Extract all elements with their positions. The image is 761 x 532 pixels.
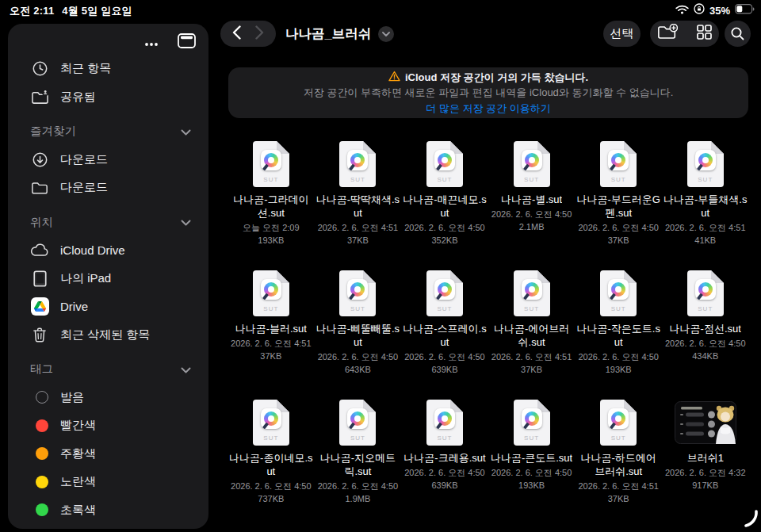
file-grid: SUT 나나곰-그라데이션.sut 오늘 오전 2:09 193KB SUT 나… [228,135,749,503]
file-size: 352KB [431,235,457,245]
battery-percent: 35% [709,5,730,17]
file-name: 나나곰-부들채색.sut [663,193,748,220]
sidebar-section-favorites[interactable]: 즐겨찾기 [8,117,208,146]
chevron-down-icon[interactable] [181,362,191,377]
file-size: 37KB [260,351,281,361]
file-item[interactable]: SUT 나나곰-지오메트릭.sut 2026. 2. 6. 오전 4:50 1.… [315,393,402,503]
sidebar-item-label: 나의 iPad [60,271,111,286]
file-item[interactable]: SUT 나나곰-별.sut 2026. 2. 6. 오전 4:50 2.1MB [488,135,576,245]
status-bar: 오전 2:114월 5일 일요일 35% [0,0,761,19]
file-item[interactable]: SUT 나나곰-하드에어브러쉬.sut 2026. 2. 6. 오전 4:51 … [575,393,662,503]
file-date: 오늘 오전 2:09 [243,222,300,234]
sidebar-item-icloud-drive[interactable]: iCloud Drive [8,236,208,265]
sidebar-item-google-drive[interactable]: Drive [8,293,208,321]
tag-color-dot [36,447,48,460]
sut-file-icon: SUT [687,141,724,187]
file-size: 737KB [258,494,284,503]
file-item[interactable]: SUT 나나곰-크레용.sut 2026. 2. 6. 오전 4:50 639K… [401,393,488,503]
new-folder-button[interactable] [657,24,678,44]
file-size: 193KB [518,480,545,490]
more-options-icon[interactable] [144,36,159,50]
file-item[interactable]: SUT 나나곰-딱딱채색.sut 2026. 2. 6. 오전 4:51 37K… [315,135,402,245]
banner-title: iCloud 저장 공간이 거의 가득 찼습니다. [405,71,588,85]
sidebar-item-recently-deleted[interactable]: 최근 삭제된 항목 [8,321,208,350]
file-size: 434KB [692,351,718,361]
chevron-down-icon[interactable] [181,124,191,139]
file-item[interactable]: SUT 나나곰-점선.sut 2026. 2. 6. 오전 4:50 434KB [662,264,749,374]
select-button[interactable]: 선택 [603,21,641,47]
clock-icon [29,60,50,77]
file-size: 917KB [692,480,718,490]
battery-icon [735,3,755,17]
sidebar-item-recents[interactable]: 최근 항목 [8,55,208,83]
file-item[interactable]: SUT 나나곰-에어브러쉬.sut 2026. 2. 6. 오전 4:51 37… [488,264,576,374]
file-item[interactable]: SUT 나나곰-작은도트.sut 2026. 2. 6. 오전 4:50 193… [575,264,662,374]
grid-view-button[interactable] [697,25,712,43]
tag-color-dot [36,503,48,516]
status-time: 오전 2:11 [10,5,54,17]
file-name: 나나곰-에어브러쉬.sut [490,323,574,349]
file-item[interactable]: SUT 나나곰-큰도트.sut 2026. 2. 6. 오전 4:50 193K… [488,393,576,503]
banner-upgrade-link[interactable]: 더 많은 저장 공간 이용하기 [426,101,550,116]
sut-file-icon: SUT [514,400,550,446]
file-date: 2026. 2. 6. 오전 4:50 [491,209,572,220]
clip-studio-icon [434,279,455,300]
file-type-badge: SUT [600,305,637,312]
search-button[interactable] [725,21,751,47]
file-name: 나나곰-삐뚤빼뚤.sut [315,323,400,349]
sidebar-item-downloads-folder[interactable]: 다운로드 [8,174,208,202]
file-size: 639KB [431,365,457,374]
ipad-icon [29,270,50,287]
sidebar-tag-red[interactable]: 빨간색 [8,411,208,440]
sidebar-tag-bareum[interactable]: 발음 [8,384,208,412]
file-date: 2026. 2. 6. 오전 4:50 [665,338,746,350]
file-date: 2026. 2. 6. 오전 4:50 [404,351,485,363]
file-item[interactable]: SUT 나나곰-블러.sut 2026. 2. 6. 오전 4:51 37KB [228,264,315,374]
sidebar-item-downloads-favorite[interactable]: 다운로드 [8,146,208,174]
file-item[interactable]: SUT 나나곰-삐뚤빼뚤.sut 2026. 2. 6. 오전 4:50 643… [315,264,402,374]
file-item[interactable]: SUT 나나곰-부들채색.sut 2026. 2. 6. 오전 4:51 41K… [662,135,749,245]
file-item[interactable]: SUT 나나곰-부드러운G펜.sut 2026. 2. 6. 오전 4:50 3… [575,135,662,245]
search-icon [731,27,744,40]
file-size: 37KB [347,235,369,245]
window-icon[interactable] [178,33,196,52]
warning-icon [388,71,400,85]
file-type-badge: SUT [600,176,637,183]
file-item[interactable]: SUT 나나곰-스프레이.sut 2026. 2. 6. 오전 4:50 639… [401,264,488,374]
sidebar-section-tags[interactable]: 태그 [8,355,208,384]
back-button[interactable] [232,25,241,43]
sidebar-item-shared[interactable]: 공유됨 [8,83,208,112]
section-label: 위치 [30,215,53,230]
file-item[interactable]: SUT 나나곰-종이네모.sut 2026. 2. 6. 오전 4:50 737… [228,393,315,503]
shared-folder-icon [29,89,50,105]
status-time-date: 오전 2:114월 5일 일요일 [10,4,140,18]
file-type-badge: SUT [426,176,463,183]
file-name: 나나곰-별.sut [501,193,562,207]
sidebar-tag-green[interactable]: 초록색 [8,496,208,525]
brush-thumbnail [675,401,736,444]
file-item[interactable]: SUT 나나곰-그라데이션.sut 오늘 오전 2:09 193KB [228,135,315,245]
forward-button[interactable] [255,25,264,43]
sidebar-tag-label: 노란색 [60,474,96,489]
sidebar-section-locations[interactable]: 위치 [8,209,208,237]
status-date: 4월 5일 일요일 [62,5,132,17]
sidebar-tag-yellow[interactable]: 노란색 [8,468,208,496]
file-name: 나나곰-종이네모.sut [229,452,313,478]
file-date: 2026. 2. 6. 오전 4:51 [578,480,659,492]
file-date: 2026. 2. 6. 오전 4:50 [404,467,485,479]
sidebar-item-my-ipad[interactable]: 나의 iPad [8,265,208,293]
file-type-badge: SUT [253,434,289,442]
folder-icon [29,180,50,195]
sut-file-icon: SUT [600,141,637,187]
sidebar-tag-label: 초록색 [60,503,96,518]
file-item[interactable]: SUT 나나곰-매끈네모.sut 2026. 2. 6. 오전 4:50 352… [401,135,488,245]
rotation-lock-icon [694,3,705,17]
file-item[interactable]: 브러쉬1 2026. 2. 6. 오전 4:32 917KB [662,393,749,503]
sidebar-item-label: iCloud Drive [60,243,125,257]
chevron-down-icon[interactable] [181,215,191,229]
sidebar-item-label: 최근 항목 [60,61,111,76]
title-dropdown-button[interactable] [378,26,394,42]
sut-file-icon: SUT [253,400,289,446]
file-size: 643KB [345,365,371,374]
sidebar-tag-orange[interactable]: 주황색 [8,440,208,469]
